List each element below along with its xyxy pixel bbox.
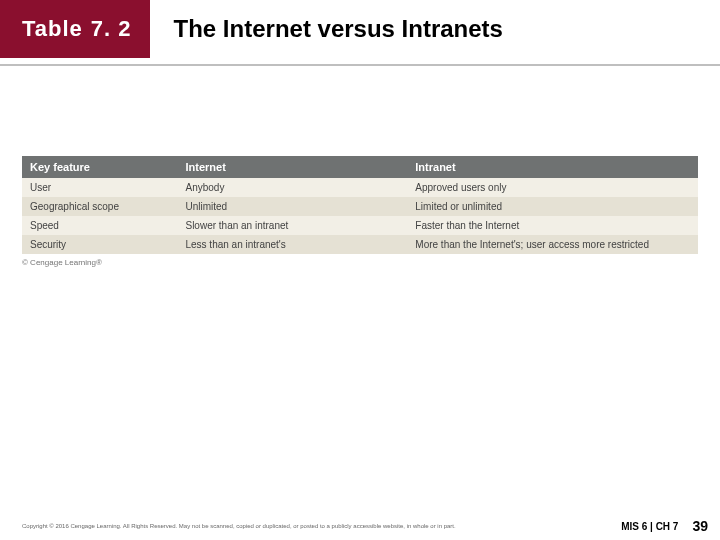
table-row: Geographical scope Unlimited Limited or … (22, 197, 698, 216)
cell-feature: User (22, 178, 177, 197)
table-word: Table (22, 16, 83, 42)
table-number: 7. 2 (91, 16, 132, 42)
cell-internet: Unlimited (177, 197, 407, 216)
cell-intranet: Approved users only (407, 178, 698, 197)
table-row: User Anybody Approved users only (22, 178, 698, 197)
page-number: 39 (692, 518, 708, 534)
chapter-label: MIS 6 | CH 7 (621, 521, 678, 532)
cell-internet: Slower than an intranet (177, 216, 407, 235)
comparison-table-wrap: Key feature Internet Intranet User Anybo… (22, 156, 698, 254)
table-row: Speed Slower than an intranet Faster tha… (22, 216, 698, 235)
table-header-row: Key feature Internet Intranet (22, 156, 698, 178)
slide-title: The Internet versus Intranets (174, 15, 503, 43)
cell-internet: Anybody (177, 178, 407, 197)
cell-intranet: More than the Internet's; user access mo… (407, 235, 698, 254)
cell-feature: Geographical scope (22, 197, 177, 216)
cell-internet: Less than an intranet's (177, 235, 407, 254)
table-row: Security Less than an intranet's More th… (22, 235, 698, 254)
slide-header: Table 7. 2 The Internet versus Intranets (0, 0, 720, 58)
divider (0, 64, 720, 66)
col-header-internet: Internet (177, 156, 407, 178)
table-tag: Table 7. 2 (0, 0, 150, 58)
col-header-feature: Key feature (22, 156, 177, 178)
cell-intranet: Faster than the Internet (407, 216, 698, 235)
table-attribution: © Cengage Learning® (22, 258, 720, 267)
cell-intranet: Limited or unlimited (407, 197, 698, 216)
cell-feature: Security (22, 235, 177, 254)
slide-footer: Copyright © 2016 Cengage Learning. All R… (0, 518, 720, 534)
comparison-table: Key feature Internet Intranet User Anybo… (22, 156, 698, 254)
col-header-intranet: Intranet (407, 156, 698, 178)
cell-feature: Speed (22, 216, 177, 235)
copyright-text: Copyright © 2016 Cengage Learning. All R… (22, 523, 621, 529)
